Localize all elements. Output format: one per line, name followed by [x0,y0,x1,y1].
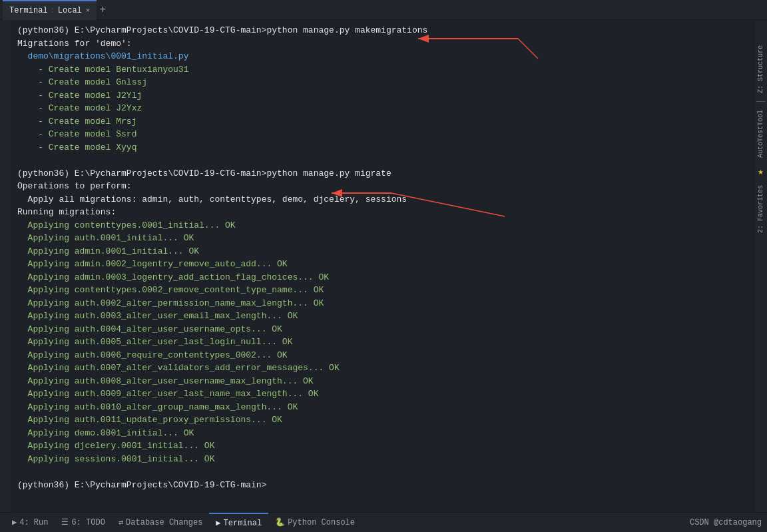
terminal-icon: ▶ [216,518,220,528]
bottom-tab-todo[interactable]: ☰ 6: TODO [55,513,111,533]
terminal-line-7: - Create model Mrsj [17,115,748,129]
terminal-line-3: - Create model Bentuxianyou31 [17,63,748,77]
sidebar-structure-label[interactable]: Z: Structure [756,40,766,99]
bottom-tab-terminal[interactable]: ▶ Terminal [209,513,268,533]
terminal-output: (python36) E:\PycharmProjects\COVID-19-C… [17,24,748,491]
terminal-line-blank1 [17,154,748,167]
terminal-line-11: (python36) E:\PycharmProjects\COVID-19-C… [17,167,748,180]
terminal-line-6: - Create model J2Yxz [17,102,748,115]
terminal-line-28: Applying auth.0009_alter_user_last_name_… [17,388,748,401]
tab-terminal-label: Terminal [9,6,48,15]
terminal-line-29: Applying auth.0010_alter_group_name_max_… [17,401,748,414]
bottom-tab-python[interactable]: 🐍 Python Console [268,513,362,533]
python-icon: 🐍 [275,517,285,527]
terminal-line-33: Applying sessions.0001_initial... OK [17,453,748,466]
terminal-line-13: Apply all migrations: admin, auth, conte… [17,193,748,206]
run-icon: ▶ [12,517,17,527]
terminal-line-1: Migrations for 'demo': [17,37,748,51]
main-layout: (python36) E:\PycharmProjects\COVID-19-C… [0,20,767,512]
tab-local-label: Local [58,6,82,15]
dbchanges-icon: ⇄ [119,517,123,527]
terminal-line-15: Applying contenttypes.0001_initial... OK [17,219,748,232]
bottom-tab-run[interactable]: ▶ 4: Run [5,513,55,533]
terminal-line-16: Applying auth.0001_initial... OK [17,232,748,245]
terminal-line-35: (python36) E:\PycharmProjects\COVID-19-C… [17,479,748,492]
terminal-line-8: - Create model Ssrd [17,128,748,141]
terminal-line-0: (python36) E:\PycharmProjects\COVID-19-C… [17,24,748,37]
tab-close-button[interactable]: × [86,7,91,15]
favorites-star-icon: ★ [758,166,763,177]
terminal-line-17: Applying admin.0001_initial... OK [17,245,748,258]
terminal-area[interactable]: (python36) E:\PycharmProjects\COVID-19-C… [12,20,754,512]
terminal-line-23: Applying auth.0004_alter_user_username_o… [17,323,748,336]
tab-add-button[interactable]: + [99,4,106,16]
tab-bar: Terminal : Local × + [0,0,767,20]
terminal-line-30: Applying auth.0011_update_proxy_permissi… [17,413,748,427]
terminal-line-26: Applying auth.0007_alter_validators_add_… [17,362,748,375]
bottom-bar: ▶ 4: Run ☰ 6: TODO ⇄ Database Changes ▶ … [0,512,767,532]
terminal-line-20: Applying contenttypes.0002_remove_conten… [17,284,748,297]
terminal-line-14: Running migrations: [17,206,748,219]
terminal-line-blank2 [17,465,748,479]
sidebar-favorites-label[interactable]: 2: Favorites [756,180,766,238]
terminal-line-4: - Create model Gnlssj [17,76,748,89]
terminal-line-32: Applying djcelery.0001_initial... OK [17,439,748,453]
right-sidebar: Z: Structure AutoTestTool ★ 2: Favorites [754,20,767,512]
terminal-line-31: Applying demo.0001_initial... OK [17,427,748,440]
terminal-line-18: Applying admin.0002_logentry_remove_auto… [17,258,748,271]
terminal-line-9: - Create model Xyyq [17,141,748,154]
tab-separator: : [51,6,55,15]
bottom-tab-todo-label: 6: TODO [71,518,105,527]
bottom-tab-dbchanges-label: Database Changes [126,518,202,527]
bottom-tab-run-label: 4: Run [19,518,48,527]
terminal-line-24: Applying auth.0005_alter_user_last_login… [17,336,748,349]
terminal-line-25: Applying auth.0006_require_contenttypes_… [17,349,748,362]
terminal-line-22: Applying auth.0003_alter_user_email_max_… [17,310,748,323]
terminal-line-2: demo\migrations\0001_initial.py [17,50,748,63]
left-sidebar [0,20,12,512]
todo-icon: ☰ [61,517,69,527]
terminal-line-19: Applying admin.0003_logentry_add_action_… [17,271,748,284]
terminal-line-12: Operations to perform: [17,180,748,193]
sidebar-autotesttool-label[interactable]: AutoTestTool [756,105,766,163]
terminal-line-5: - Create model J2Ylj [17,89,748,103]
bottom-right-text: CSDN @cdtaogang [690,518,762,527]
bottom-tab-python-label: Python Console [288,518,355,527]
bottom-tab-terminal-label: Terminal [224,519,262,528]
tab-terminal[interactable]: Terminal : Local × [3,0,97,20]
bottom-tab-dbchanges[interactable]: ⇄ Database Changes [112,513,209,533]
terminal-line-21: Applying auth.0002_alter_permission_name… [17,297,748,310]
terminal-line-27: Applying auth.0008_alter_user_username_m… [17,375,748,388]
